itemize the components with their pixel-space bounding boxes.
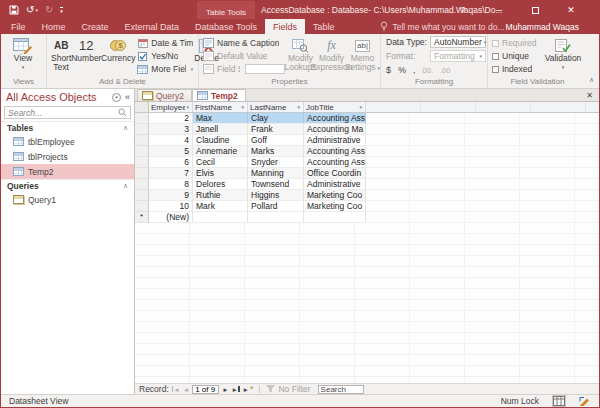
cell[interactable] <box>304 212 366 223</box>
ribbon-tab-file[interactable]: File <box>3 19 34 34</box>
filter-indicator[interactable]: No Filter <box>266 384 310 394</box>
cell[interactable]: Administrative <box>304 135 366 146</box>
apply-comma-button[interactable]: , <box>413 65 416 75</box>
apply-currency-button[interactable]: $ <box>386 65 391 75</box>
decrease-decimals-icon[interactable]: .00 <box>440 66 450 75</box>
ribbon-tab-home[interactable]: Home <box>34 19 74 34</box>
cell[interactable]: Delores <box>193 179 248 190</box>
nav-item-tblprojects[interactable]: tblProjects <box>1 149 134 164</box>
validation-button[interactable]: Validation ▾ <box>542 37 584 70</box>
cell[interactable]: 5 <box>149 146 193 157</box>
next-record-button[interactable]: ► <box>222 386 228 393</box>
cell[interactable]: 6 <box>149 157 193 168</box>
cell[interactable]: Townsend <box>248 179 304 190</box>
nav-search-box[interactable] <box>4 106 131 119</box>
cell[interactable]: Claudine <box>193 135 248 146</box>
datasheet-view-button[interactable] <box>553 396 565 406</box>
ribbon-tab-fields[interactable]: Fields <box>265 19 305 34</box>
row-selector[interactable] <box>135 146 149 157</box>
ribbon-tab-table[interactable]: Table <box>305 19 343 34</box>
row-selector[interactable] <box>135 113 149 124</box>
nav-group-header-tables[interactable]: Tables∧ <box>1 121 134 134</box>
row-selector[interactable] <box>135 201 149 212</box>
close-button[interactable]: ✕ <box>553 5 589 15</box>
more-fields-button[interactable]: More Fields ▾ <box>137 63 193 75</box>
column-header-employeeid[interactable]: EmployeeID▼ <box>149 102 193 112</box>
cell[interactable]: 9 <box>149 190 193 201</box>
nav-pane-collapse-button[interactable]: « <box>125 92 130 102</box>
cell[interactable]: Administrative <box>304 179 366 190</box>
default-value-button[interactable]: Default Value <box>203 50 285 62</box>
cell[interactable]: Accounting Ass <box>304 146 366 157</box>
row-selector[interactable] <box>135 135 149 146</box>
column-dropdown-icon[interactable]: ▼ <box>240 105 245 110</box>
record-position-box[interactable] <box>192 385 219 394</box>
cell[interactable]: Snyder <box>248 157 304 168</box>
cell[interactable] <box>248 212 304 223</box>
short-text-button[interactable]: AB Short Text <box>51 37 71 72</box>
row-selector[interactable] <box>135 168 149 179</box>
unique-checkbox[interactable]: Unique <box>492 51 542 61</box>
column-dropdown-icon[interactable]: ▼ <box>185 105 190 110</box>
collapse-ribbon-button[interactable]: ∧ <box>589 76 594 84</box>
cell[interactable]: 3 <box>149 124 193 135</box>
redo-button[interactable]: ↻ <box>45 5 53 15</box>
data-type-dropdown[interactable]: AutoNumber ▾ <box>430 36 486 48</box>
cell[interactable]: 8 <box>149 179 193 190</box>
cell[interactable]: Elvis <box>193 168 248 179</box>
field-size-button[interactable]: Field Size <box>203 63 285 75</box>
column-header-lastname[interactable]: LastName▼ <box>248 102 304 112</box>
nav-item-query1[interactable]: Query1 <box>1 192 134 207</box>
cell[interactable]: 4 <box>149 135 193 146</box>
cell[interactable]: Annemarie <box>193 146 248 157</box>
required-checkbox[interactable]: Required <box>492 38 542 48</box>
new-row-selector[interactable]: * <box>135 212 149 223</box>
apply-percent-button[interactable]: % <box>398 65 406 75</box>
cell[interactable]: Goff <box>248 135 304 146</box>
field-size-input[interactable] <box>245 64 285 74</box>
column-header-jobtitle[interactable]: JobTitle▼ <box>304 102 366 112</box>
format-dropdown[interactable]: Formatting ▾ <box>430 50 486 62</box>
user-account[interactable]: Muhammad Waqas <box>506 19 579 34</box>
cell[interactable]: Cecil <box>193 157 248 168</box>
cell[interactable]: 7 <box>149 168 193 179</box>
new-row-cell[interactable]: (New) <box>149 212 193 223</box>
cell[interactable]: Office Coordin <box>304 168 366 179</box>
modify-expression-button[interactable]: fx Modify Expression <box>316 37 347 72</box>
name-caption-button[interactable]: Name & Caption <box>203 37 285 49</box>
cell[interactable]: Accounting Ass <box>304 157 366 168</box>
nav-item-tblemployee[interactable]: tblEmployee <box>1 134 134 149</box>
document-tab-query2[interactable]: Query2 <box>137 89 192 101</box>
new-record-button[interactable]: ►* <box>243 386 254 393</box>
last-record-button[interactable]: ► <box>232 386 240 393</box>
row-selector[interactable] <box>135 124 149 135</box>
row-selector[interactable] <box>135 157 149 168</box>
cell[interactable]: Janell <box>193 124 248 135</box>
cell[interactable]: Ruthie <box>193 190 248 201</box>
cell[interactable]: Marks <box>248 146 304 157</box>
cell[interactable]: 10 <box>149 201 193 212</box>
view-button[interactable]: View ▾ <box>8 37 38 70</box>
cell[interactable]: Marketing Coo <box>304 190 366 201</box>
cell[interactable]: Higgins <box>248 190 304 201</box>
nav-pane-menu-icon[interactable]: ▾ <box>112 93 121 102</box>
cell[interactable]: Frank <box>248 124 304 135</box>
maximize-button[interactable] <box>517 7 553 14</box>
first-record-button[interactable]: ◄ <box>172 386 180 393</box>
design-view-button[interactable] <box>579 396 591 406</box>
qat-customize-button[interactable]: ▾ <box>60 7 63 13</box>
indexed-checkbox[interactable]: Indexed <box>492 64 542 74</box>
ribbon-tab-external-data[interactable]: External Data <box>117 19 188 34</box>
document-close-button[interactable]: ✕ <box>586 89 593 101</box>
previous-record-button[interactable]: ◄ <box>183 386 189 393</box>
yes-no-button[interactable]: Yes/No <box>137 50 193 62</box>
cell[interactable]: Mark <box>193 201 248 212</box>
cell[interactable]: Pollard <box>248 201 304 212</box>
increase-decimals-icon[interactable]: 00. <box>423 66 433 75</box>
date-time-button[interactable]: Date & Time <box>137 37 193 49</box>
help-button[interactable]: ? <box>445 5 481 15</box>
document-tab-temp2[interactable]: Temp2 <box>192 89 246 101</box>
cell[interactable]: Accounting Ma <box>304 124 366 135</box>
cell[interactable]: Marketing Coo <box>304 201 366 212</box>
tell-me-box[interactable]: Tell me what you want to do... <box>380 19 504 34</box>
